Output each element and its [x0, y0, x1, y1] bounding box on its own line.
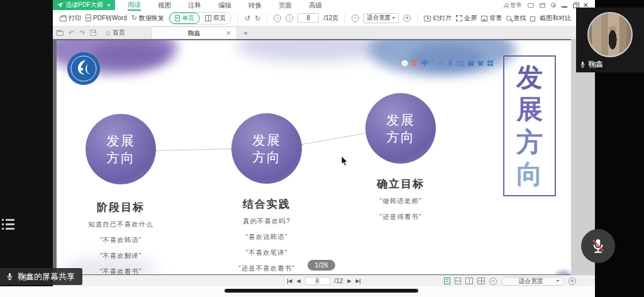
mic-muted-icon — [590, 237, 606, 255]
zoom-mode-value: 适合宽度 — [367, 14, 391, 22]
view-continuous-icon[interactable] — [455, 277, 461, 284]
home-tab[interactable]: ⌂ 首页 — [105, 28, 125, 37]
circle-text: 方向 — [252, 148, 281, 165]
snapshot-label: 截图和对比 — [540, 14, 571, 23]
settings-gear-icon[interactable] — [551, 3, 556, 8]
development-circle-3: 发展 方向 — [365, 93, 436, 164]
slideshow-button[interactable]: 幻灯片 — [424, 14, 452, 23]
rotate-left-button[interactable]: ↺ — [245, 14, 250, 22]
undo-icon[interactable]: ↶ — [69, 29, 74, 36]
fullscreen-icon — [456, 15, 462, 21]
page-nav-group: ◀ ◀ 8 /12 ▶ ▶ — [287, 277, 361, 285]
login-label: 登录 — [510, 1, 522, 9]
prev-page-button[interactable]: ‹ — [274, 14, 281, 22]
participant-name-row: 鞠鑫 — [579, 59, 603, 70]
pdf-to-word-button[interactable]: PDF转Word — [86, 14, 127, 23]
word-doc-icon — [86, 14, 91, 21]
ime-mic-icon[interactable] — [447, 59, 453, 67]
pdf-to-word-label: PDF转Word — [93, 14, 127, 23]
menu-edit[interactable]: 编辑 — [218, 0, 231, 10]
status-zoom-in-button[interactable]: + — [569, 277, 576, 285]
menu-convert[interactable]: 转换 — [248, 0, 262, 10]
column-heading: 确立目标 — [338, 177, 464, 191]
view-facing-continuous-icon[interactable] — [477, 277, 485, 284]
minimize-button[interactable] — [562, 6, 567, 8]
new-tab-button[interactable]: + — [243, 28, 248, 38]
menu-view[interactable]: 视图 — [158, 0, 171, 10]
redo-icon[interactable]: ↷ — [79, 29, 85, 36]
status-zoom-out-button[interactable]: − — [489, 277, 497, 285]
next-page-button[interactable]: › — [286, 14, 293, 22]
first-page-button[interactable]: ◀ — [287, 278, 292, 284]
printer-icon — [60, 16, 67, 21]
user-icon — [504, 6, 508, 8]
rotate-right-button[interactable]: ↻ — [255, 14, 260, 22]
ime-emoji-icon[interactable]: ☺ — [437, 60, 443, 66]
column-line: 知道自己不喜欢什么 — [58, 220, 184, 229]
sogou-logo-icon[interactable]: S — [412, 59, 418, 68]
status-zoom-value: 适合宽度 — [506, 277, 556, 286]
development-circle-2: 发展 方向 — [231, 113, 302, 184]
divider — [238, 14, 238, 23]
zoom-in-button[interactable]: + — [403, 14, 411, 22]
menu-page[interactable]: 页面 — [279, 0, 292, 10]
column-line: “不喜欢翻译” — [58, 252, 184, 261]
app-logo[interactable]: 迅读PDF大师 — [53, 0, 115, 10]
document-tab[interactable]: 鞠鑫 ✕ — [152, 26, 237, 39]
print-button[interactable]: 打印 — [60, 14, 81, 23]
chevron-down-icon — [556, 280, 560, 282]
home-label: 首页 — [113, 28, 125, 37]
save-icon[interactable] — [90, 30, 96, 36]
next-page-button[interactable]: ▶ — [347, 278, 351, 284]
ime-toolbox-icon[interactable] — [468, 62, 474, 66]
ime-grid-icon[interactable] — [487, 60, 490, 63]
circle-text: 方向 — [386, 128, 415, 145]
university-logo — [67, 52, 101, 86]
ime-mode-chinese[interactable]: 中 — [421, 59, 428, 68]
vertical-title-char: 发 — [516, 63, 543, 92]
participant-video-tile[interactable]: 鞠鑫 — [576, 8, 644, 72]
ime-collapse-icon[interactable]: − — [401, 60, 408, 67]
view-single-icon[interactable] — [444, 277, 450, 284]
tab-close-icon[interactable]: ✕ — [226, 30, 231, 36]
watercolor-splash — [236, 40, 387, 62]
zoom-out-button[interactable]: − — [352, 14, 359, 22]
menu-advanced[interactable]: 高级 — [309, 0, 322, 10]
view-facing-icon[interactable] — [465, 277, 473, 284]
fullscreen-button[interactable]: 全屏 — [456, 14, 477, 23]
column-line: “喜欢说韩语” — [204, 233, 330, 242]
data-recovery-button[interactable]: ↻ 数据恢复 — [131, 14, 164, 23]
vertical-title-char: 方 — [516, 128, 543, 157]
menu-annotate[interactable]: 注释 — [188, 0, 201, 10]
double-page-button[interactable]: 双页 — [200, 13, 231, 23]
find-label: 查找 — [513, 14, 526, 23]
last-page-button[interactable]: ▶ — [356, 278, 361, 284]
circle-text: 发展 — [386, 111, 415, 128]
zoom-mode-select[interactable]: 适合宽度 — [364, 13, 399, 23]
column-line: “不喜欢笔译” — [204, 249, 330, 257]
ime-punctuation-icon[interactable]: ʼ — [432, 60, 433, 66]
open-folder-icon[interactable] — [57, 31, 64, 36]
login-button[interactable]: 登录 — [504, 1, 522, 9]
ime-keyboard-icon[interactable] — [457, 61, 464, 66]
circle-text: 方向 — [106, 149, 135, 166]
page-mode-toggle: 单页 双页 — [169, 12, 231, 25]
gift-icon[interactable] — [540, 3, 545, 8]
divider — [417, 14, 418, 23]
prev-page-button[interactable]: ◀ — [296, 278, 300, 284]
background-button[interactable]: 背景 — [481, 14, 502, 23]
feedback-icon[interactable] — [528, 3, 534, 8]
menu-read[interactable]: 阅读 — [128, 0, 141, 11]
refresh-icon: ↻ — [131, 14, 137, 21]
vertical-title-char: 展 — [516, 95, 543, 124]
thumbnail-list-button[interactable] — [2, 219, 14, 230]
snapshot-compare-button[interactable]: 截图和对比 — [530, 14, 571, 23]
page-number-input[interactable]: 8 — [297, 13, 319, 23]
mute-toggle-button[interactable] — [581, 229, 615, 263]
single-page-button[interactable]: 单页 — [169, 13, 200, 24]
find-button[interactable]: 查找 — [506, 14, 526, 23]
ime-skin-icon[interactable] — [477, 61, 484, 66]
status-page-input[interactable]: 8 — [305, 277, 330, 285]
taskbar-handle[interactable] — [225, 289, 418, 293]
status-zoom-mode-select[interactable]: 适合宽度 — [501, 277, 564, 286]
